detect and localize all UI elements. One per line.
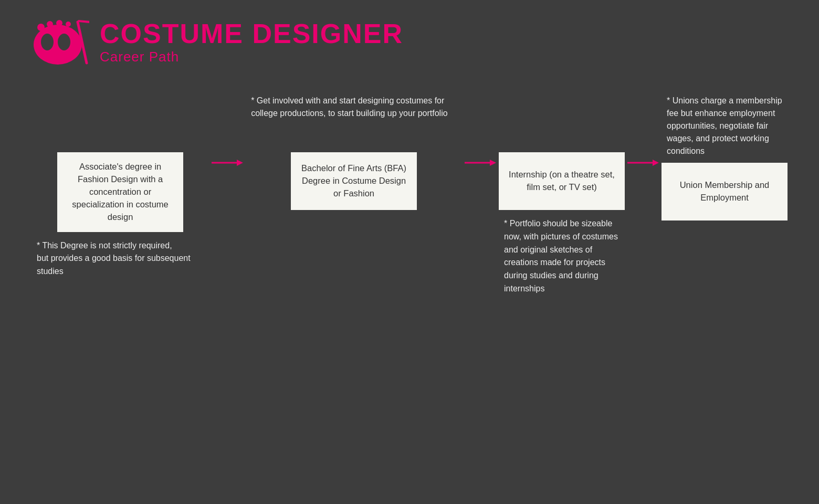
page-title-main: COSTUME DESIGNER [100,19,403,49]
arrow-2 [462,158,499,168]
step4-box: Union Membership and Employment [662,163,788,220]
page-title-sub: Career Path [100,49,403,65]
svg-point-4 [58,34,70,50]
main-content: Associate's degree in Fashion Design wit… [0,79,819,317]
svg-marker-10 [237,160,243,166]
step-col-4: * Unions charge a membership fee but enh… [662,94,788,241]
step2-box: Bachelor of Fine Arts (BFA) Degree in Co… [291,152,417,210]
svg-point-8 [66,22,71,27]
step2-note-above: * Get involved with and start designing … [246,94,462,147]
svg-line-0 [79,21,89,25]
step3-note-below: * Portfolio should be sizeable now, with… [499,210,625,296]
svg-marker-12 [490,160,496,166]
step1-note-below: * This Degree is not strictly required, … [32,232,209,278]
step-col-1: Associate's degree in Fashion Design wit… [32,94,209,278]
step1-box: Associate's degree in Fashion Design wit… [57,152,183,232]
svg-marker-14 [653,160,659,166]
page-header: COSTUME DESIGNER Career Path [0,0,819,79]
step-col-3: Internship (on a theatre set, film set, … [499,94,625,296]
career-flow: Associate's degree in Fashion Design wit… [32,94,788,296]
svg-point-5 [37,24,45,31]
arrow-1 [209,158,246,168]
svg-point-7 [56,20,62,26]
step3-box: Internship (on a theatre set, film set, … [499,152,625,210]
step4-note-above: * Unions charge a membership fee but enh… [662,94,788,158]
title-block: COSTUME DESIGNER Career Path [100,19,403,65]
mask-icon [32,16,89,68]
arrow-3 [625,158,662,168]
step-col-2: * Get involved with and start designing … [246,94,462,230]
svg-point-6 [47,21,53,27]
svg-point-3 [41,34,54,50]
